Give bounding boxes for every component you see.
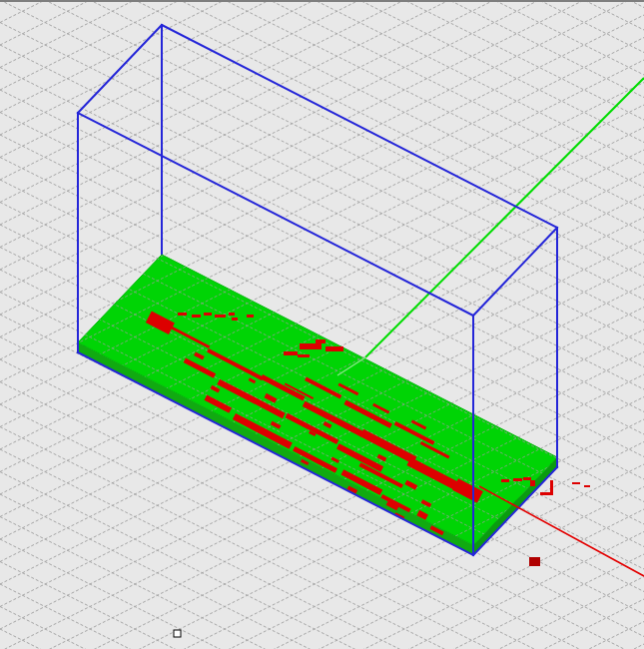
viewport-top-border	[0, 0, 644, 2]
scene-canvas[interactable]	[0, 0, 644, 649]
cad-3d-viewport[interactable]	[0, 0, 644, 649]
origin-marker-handle[interactable]	[174, 630, 181, 637]
